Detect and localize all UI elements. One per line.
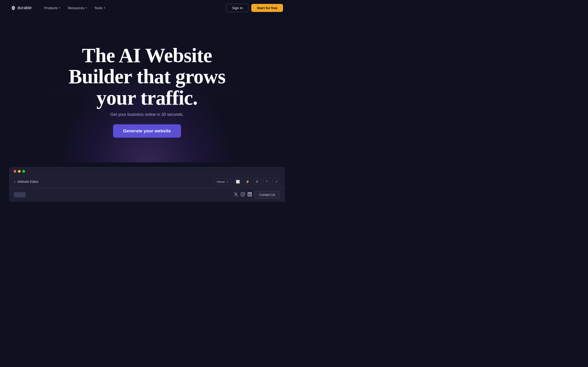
- browser-dot-green[interactable]: [22, 170, 25, 173]
- browser-titlebar: [9, 167, 285, 176]
- start-for-free-button[interactable]: Start for free: [251, 4, 283, 12]
- hero-title-line2: Builder that grows: [69, 65, 225, 88]
- footer-bar-left: [14, 192, 26, 197]
- footer-pill: [14, 192, 26, 197]
- signin-button[interactable]: Sign In: [226, 4, 249, 12]
- browser-dot-red[interactable]: [14, 170, 16, 173]
- external-link-button[interactable]: ↗: [273, 178, 280, 185]
- browser-dots: [14, 170, 25, 173]
- editor-bar-title: Website Editor: [17, 180, 38, 184]
- tools-label: Tools: [95, 6, 103, 10]
- logo-text: durable: [17, 6, 32, 10]
- footer-social-icons: Contact Us: [234, 191, 280, 199]
- nav-item-tools[interactable]: Tools ▾: [91, 4, 108, 12]
- editor-bar-right: Home + ⬜ ⚡ ⚙ ? ↗: [213, 178, 280, 185]
- hero-subtitle: Get your business online in 30 seconds.: [110, 112, 183, 117]
- browser-mockup: ‹ Website Editor Home + ⬜ ⚡ ⚙ ? ↗: [9, 167, 285, 202]
- logo[interactable]: durable: [11, 6, 32, 10]
- navbar-right: Sign In Start for free: [226, 4, 283, 12]
- products-label: Products: [44, 6, 58, 10]
- generate-website-button[interactable]: Generate your website: [113, 124, 181, 138]
- nav-item-products[interactable]: Products ▾: [41, 4, 64, 12]
- help-button[interactable]: ?: [263, 178, 270, 185]
- navbar: durable Products ▾ Resources ▾ Tools ▾ S…: [0, 0, 294, 16]
- resources-label: Resources: [68, 6, 84, 10]
- browser-footer-bar: Contact Us: [9, 188, 285, 201]
- hero-section: The AI Website Builder that grows your t…: [0, 16, 294, 162]
- editor-bar-left: ‹ Website Editor: [14, 180, 38, 184]
- gear-icon: ⚙: [256, 180, 259, 184]
- contact-us-button[interactable]: Contact Us: [254, 191, 280, 199]
- navbar-left: durable Products ▾ Resources ▾ Tools ▾: [11, 4, 108, 12]
- lightning-button[interactable]: ⚡: [244, 178, 251, 185]
- hero-title-line3: your traffic.: [96, 87, 198, 109]
- home-tab-pill[interactable]: Home +: [213, 178, 232, 185]
- home-tab-plus-icon: +: [226, 180, 228, 184]
- lightning-icon: ⚡: [246, 180, 250, 184]
- monitor-icon: ⬜: [236, 180, 240, 184]
- settings-button[interactable]: ⚙: [253, 178, 261, 185]
- home-tab-label: Home: [217, 180, 225, 184]
- twitter-icon[interactable]: [234, 192, 238, 197]
- instagram-icon[interactable]: [241, 192, 245, 197]
- hero-content: The AI Website Builder that grows your t…: [69, 45, 225, 138]
- tools-chevron-icon: ▾: [104, 6, 105, 9]
- nav-menu: Products ▾ Resources ▾ Tools ▾: [41, 4, 108, 12]
- hero-title-line1: The AI Website: [82, 44, 212, 67]
- linkedin-icon[interactable]: [248, 192, 252, 197]
- nav-item-resources[interactable]: Resources ▾: [65, 4, 90, 12]
- editor-bar: ‹ Website Editor Home + ⬜ ⚡ ⚙ ? ↗: [9, 176, 285, 188]
- external-icon: ↗: [275, 180, 278, 184]
- question-icon: ?: [266, 180, 268, 184]
- products-chevron-icon: ▾: [59, 6, 61, 9]
- resources-chevron-icon: ▾: [86, 6, 87, 9]
- logo-icon: [11, 6, 16, 10]
- hero-title: The AI Website Builder that grows your t…: [69, 45, 225, 108]
- monitor-view-button[interactable]: ⬜: [234, 178, 242, 185]
- browser-dot-yellow[interactable]: [18, 170, 21, 173]
- editor-back-icon[interactable]: ‹: [14, 180, 15, 184]
